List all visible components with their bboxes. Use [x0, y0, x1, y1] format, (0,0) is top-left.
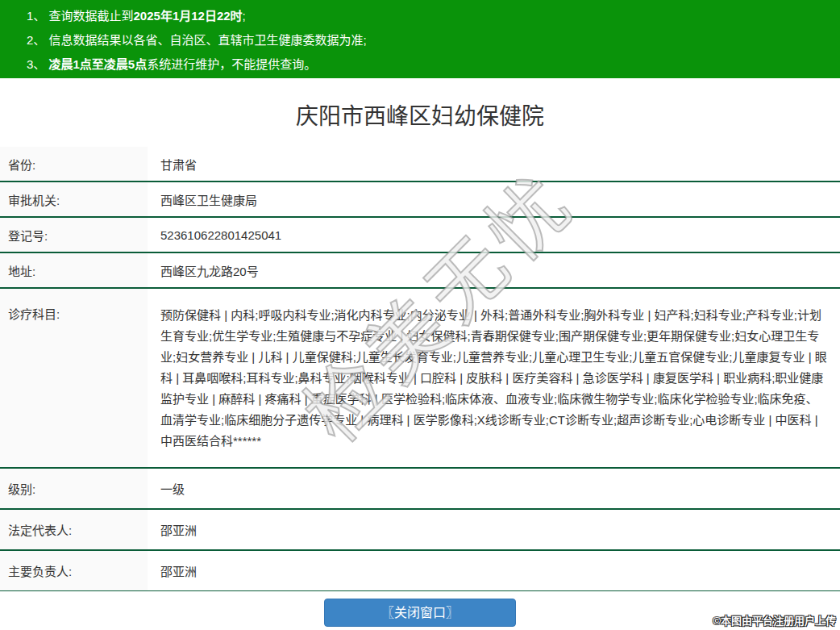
notice-1-prefix: 1、 查询数据截止到	[27, 9, 134, 23]
page-title: 庆阳市西峰区妇幼保健院	[0, 105, 840, 129]
notice-3-prefix: 3、	[27, 57, 49, 71]
copyright-watermark: ©本图由平台注册用户上传	[713, 612, 836, 628]
row-province: 省份: 甘肃省	[0, 147, 840, 181]
row-label: 级别:	[0, 468, 148, 509]
row-label: 诊疗科目:	[0, 288, 148, 468]
notice-3-bold: 凌晨1点至凌晨5点	[49, 57, 148, 71]
row-approval-authority: 审批机关: 西峰区卫生健康局	[0, 181, 840, 217]
notice-line-1: 1、 查询数据截止到2025年1月12日22时;	[27, 4, 840, 28]
row-label: 法定代表人:	[0, 509, 148, 550]
row-registration-number: 登记号: 523610622801425041	[0, 217, 840, 252]
row-label: 登记号:	[0, 217, 148, 252]
row-value: 邵亚洲	[148, 509, 840, 550]
notice-1-bold: 2025年1月12日22时	[134, 9, 243, 23]
row-value: 523610622801425041	[148, 217, 840, 252]
row-value: 一级	[148, 468, 840, 509]
row-value: 邵亚洲	[148, 550, 840, 591]
row-label: 主要负责人:	[0, 550, 148, 591]
row-medical-subjects: 诊疗科目: 预防保健科 | 内科;呼吸内科专业;消化内科专业;内分泌专业 | 外…	[0, 288, 840, 468]
page: 1、 查询数据截止到2025年1月12日22时; 2、 信息数据结果以各省、自治…	[0, 0, 840, 630]
row-value: 甘肃省	[148, 147, 840, 181]
close-window-button[interactable]: 〖关闭窗口〗	[324, 599, 516, 627]
row-label: 审批机关:	[0, 181, 148, 217]
row-principal: 主要负责人: 邵亚洲	[0, 550, 840, 591]
row-legal-representative: 法定代表人: 邵亚洲	[0, 509, 840, 550]
notice-3-suffix: 系统进行维护，不能提供查询。	[147, 57, 316, 71]
notice-1-suffix: ;	[243, 9, 246, 23]
row-label: 省份:	[0, 147, 148, 181]
notice-line-3: 3、 凌晨1点至凌晨5点系统进行维护，不能提供查询。	[27, 52, 840, 77]
notice-2-text: 2、 信息数据结果以各省、自治区、直辖市卫生健康委数据为准;	[27, 33, 367, 47]
notice-banner: 1、 查询数据截止到2025年1月12日22时; 2、 信息数据结果以各省、自治…	[0, 0, 840, 78]
row-value: 西峰区九龙路20号	[148, 252, 840, 288]
row-value: 预防保健科 | 内科;呼吸内科专业;消化内科专业;内分泌专业 | 外科;普通外科…	[148, 288, 840, 468]
row-address: 地址: 西峰区九龙路20号	[0, 252, 840, 288]
row-level: 级别: 一级	[0, 468, 840, 509]
notice-line-2: 2、 信息数据结果以各省、自治区、直辖市卫生健康委数据为准;	[27, 28, 840, 52]
row-value: 西峰区卫生健康局	[148, 181, 840, 217]
row-label: 地址:	[0, 252, 148, 288]
info-table: 省份: 甘肃省 审批机关: 西峰区卫生健康局 登记号: 523610622801…	[0, 147, 840, 591]
